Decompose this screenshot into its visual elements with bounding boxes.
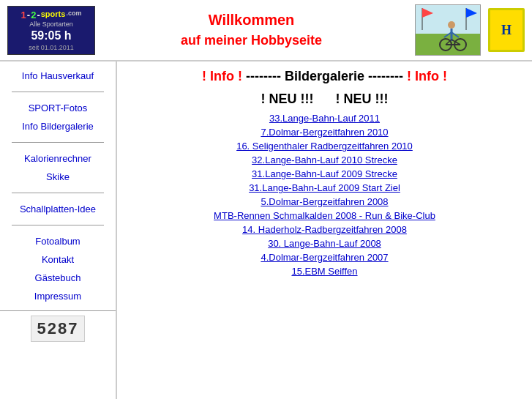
sidebar[interactable]: Info Hausverkauf SPORT-Fotos Info Bilder…: [0, 61, 117, 399]
link-item-0[interactable]: 33.Lange-Bahn-Lauf 2011: [269, 113, 380, 124]
sidebar-item-hausverkauf[interactable]: Info Hausverkauf: [19, 69, 97, 83]
logo-since: seit 01.01.2011: [29, 44, 74, 51]
title-info1: ! Info !: [202, 69, 242, 83]
logo-tld: .com: [66, 10, 81, 20]
neu-line: ! NEU !!! ! NEU !!!: [132, 92, 517, 107]
link-item-8[interactable]: 14. Haderholz-Radbergzeitfahren 2008: [242, 224, 407, 235]
sidebar-item-fotoalbum[interactable]: Fotoalbum: [32, 234, 83, 248]
photo-placeholder: [415, 4, 481, 56]
title-info2: ! Info !: [407, 69, 447, 83]
link-item-2[interactable]: 16. Seligenthaler Radbergzeitfahren 2010: [236, 141, 413, 152]
sidebar-item-bildergalerie[interactable]: Info Bildergalerie: [19, 119, 97, 133]
main-layout: Info Hausverkauf SPORT-Fotos Info Bilder…: [0, 61, 532, 399]
logo-sub-label: Alle Sportarten: [29, 20, 73, 28]
header-photo: [415, 4, 481, 56]
logo-2: 2: [31, 10, 36, 20]
logo-sep1: -: [27, 10, 30, 20]
logo-1: 1: [21, 10, 26, 20]
link-item-9[interactable]: 30. Lange-Bahn-Lauf 2008: [268, 238, 381, 249]
sidebar-divider-2: [12, 142, 104, 143]
logo-widget: 1 - 2 - sports .com Alle Sportarten 59:0…: [7, 6, 95, 55]
header-title: Willkommen auf meiner Hobbyseite: [95, 12, 408, 48]
content-title: ! Info ! -------- Bildergalerie --------…: [132, 69, 517, 84]
main-content[interactable]: ! Info ! -------- Bildergalerie --------…: [117, 61, 532, 399]
title-line2: auf meiner Hobbyseite: [95, 33, 408, 48]
link-item-10[interactable]: 4.Dolmar-Bergzeitfahren 2007: [261, 252, 388, 263]
counter-display: 5287: [31, 316, 86, 342]
svg-rect-2: [415, 4, 481, 34]
link-item-1[interactable]: 7.Dolmar-Bergzeitfahren 2010: [261, 127, 388, 138]
photo-svg: [415, 4, 481, 56]
sidebar-divider-1: [12, 92, 104, 92]
sidebar-item-sport-fotos[interactable]: SPORT-Fotos: [26, 101, 91, 115]
link-item-5[interactable]: 31.Lange-Bahn-Lauf 2009 Start Ziel: [249, 182, 400, 193]
logo-time: 59:05 h: [31, 29, 71, 42]
link-item-3[interactable]: 32.Lange-Bahn-Lauf 2010 Strecke: [252, 154, 397, 165]
huk-badge: H: [488, 8, 525, 52]
sidebar-divider-3: [12, 193, 104, 193]
sidebar-item-kalorienrechner[interactable]: Kalorienrechner: [21, 152, 94, 165]
neu-left: ! NEU !!!: [261, 92, 314, 106]
sidebar-item-kontakt[interactable]: Kontakt: [39, 253, 77, 266]
title-sep: -------- Bildergalerie --------: [246, 69, 403, 83]
sidebar-item-schallplatten[interactable]: Schallplatten-Idee: [17, 202, 99, 216]
svg-point-8: [448, 21, 455, 29]
title-line1: Willkommen: [95, 12, 408, 29]
link-item-7[interactable]: MTB-Rennen Schmalkalden 2008 - Run & Bik…: [214, 210, 435, 221]
sidebar-counter-widget: 5287: [0, 310, 116, 342]
sidebar-nav: Info Hausverkauf SPORT-Fotos Info Bilder…: [0, 69, 116, 303]
logo-brand: 1 - 2 - sports .com: [21, 10, 82, 20]
header: 1 - 2 - sports .com Alle Sportarten 59:0…: [0, 0, 532, 61]
sidebar-item-gaestebuch[interactable]: Gästebuch: [32, 271, 84, 285]
huk-label: H: [501, 23, 512, 38]
sidebar-item-impressum[interactable]: Impressum: [31, 289, 84, 303]
link-item-6[interactable]: 5.Dolmar-Bergzeitfahren 2008: [261, 196, 388, 207]
content-link-list: 33.Lange-Bahn-Lauf 2011 7.Dolmar-Bergzei…: [132, 113, 517, 277]
sidebar-divider-4: [12, 225, 104, 225]
logo-sep2: -: [37, 10, 40, 20]
sidebar-item-skike[interactable]: Skike: [43, 170, 72, 184]
logo-sports: sports: [41, 10, 66, 20]
link-item-4[interactable]: 31.Lange-Bahn-Lauf 2009 Strecke: [252, 168, 397, 179]
neu-right: ! NEU !!!: [336, 92, 389, 106]
link-item-11[interactable]: 15.EBM Seiffen: [291, 266, 357, 277]
